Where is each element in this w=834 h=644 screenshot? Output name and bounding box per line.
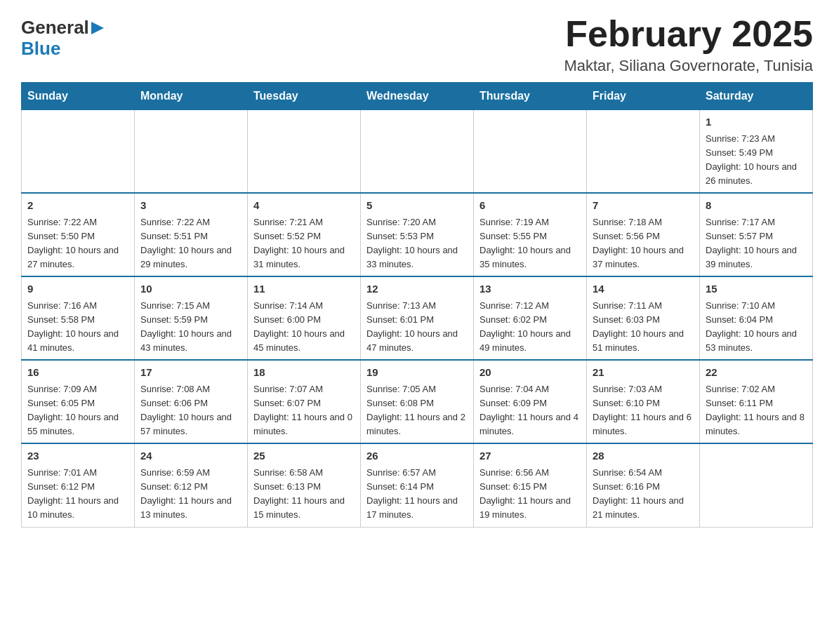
table-row: 4Sunrise: 7:21 AMSunset: 5:52 PMDaylight… <box>248 193 361 276</box>
day-number: 19 <box>366 365 468 381</box>
day-number: 23 <box>27 448 128 464</box>
day-info: Sunrise: 7:01 AMSunset: 6:12 PMDaylight:… <box>27 466 128 523</box>
col-thursday: Thursday <box>474 83 587 110</box>
day-info: Sunrise: 6:54 AMSunset: 6:16 PMDaylight:… <box>593 466 694 523</box>
logo-triangle-icon <box>91 22 104 34</box>
day-number: 12 <box>366 281 468 297</box>
day-info: Sunrise: 7:08 AMSunset: 6:06 PMDaylight:… <box>140 382 241 439</box>
day-number: 5 <box>366 198 468 214</box>
calendar-table: Sunday Monday Tuesday Wednesday Thursday… <box>21 82 813 527</box>
day-info: Sunrise: 6:57 AMSunset: 6:14 PMDaylight:… <box>366 466 468 523</box>
day-number: 4 <box>253 198 355 214</box>
day-number: 11 <box>253 281 355 297</box>
day-info: Sunrise: 7:05 AMSunset: 6:08 PMDaylight:… <box>366 382 468 439</box>
day-number: 21 <box>593 365 694 381</box>
table-row: 17Sunrise: 7:08 AMSunset: 6:06 PMDayligh… <box>135 360 248 443</box>
day-info: Sunrise: 7:04 AMSunset: 6:09 PMDaylight:… <box>479 382 581 439</box>
table-row: 2Sunrise: 7:22 AMSunset: 5:50 PMDaylight… <box>22 193 135 276</box>
table-row: 25Sunrise: 6:58 AMSunset: 6:13 PMDayligh… <box>248 443 361 527</box>
day-number: 6 <box>479 198 581 214</box>
col-saturday: Saturday <box>700 83 813 110</box>
table-row: 6Sunrise: 7:19 AMSunset: 5:55 PMDaylight… <box>474 193 587 276</box>
table-row: 10Sunrise: 7:15 AMSunset: 5:59 PMDayligh… <box>135 276 248 360</box>
day-number: 28 <box>593 448 694 464</box>
day-info: Sunrise: 7:13 AMSunset: 6:01 PMDaylight:… <box>366 299 468 356</box>
table-row <box>22 110 135 194</box>
day-info: Sunrise: 6:58 AMSunset: 6:13 PMDaylight:… <box>253 466 355 523</box>
day-info: Sunrise: 7:21 AMSunset: 5:52 PMDaylight:… <box>253 215 355 272</box>
table-row: 22Sunrise: 7:02 AMSunset: 6:11 PMDayligh… <box>700 360 813 443</box>
table-row <box>248 110 361 194</box>
day-info: Sunrise: 7:20 AMSunset: 5:53 PMDaylight:… <box>366 215 468 272</box>
col-friday: Friday <box>587 83 700 110</box>
table-row: 12Sunrise: 7:13 AMSunset: 6:01 PMDayligh… <box>361 276 474 360</box>
title-section: February 2025 Maktar, Siliana Governorat… <box>564 14 813 75</box>
day-info: Sunrise: 7:19 AMSunset: 5:55 PMDaylight:… <box>479 215 581 272</box>
month-title: February 2025 <box>564 14 813 54</box>
day-number: 25 <box>253 448 355 464</box>
calendar-week-row: 2Sunrise: 7:22 AMSunset: 5:50 PMDaylight… <box>22 193 813 276</box>
table-row: 24Sunrise: 6:59 AMSunset: 6:12 PMDayligh… <box>135 443 248 527</box>
day-info: Sunrise: 7:16 AMSunset: 5:58 PMDaylight:… <box>27 299 128 356</box>
table-row: 27Sunrise: 6:56 AMSunset: 6:15 PMDayligh… <box>474 443 587 527</box>
table-row: 13Sunrise: 7:12 AMSunset: 6:02 PMDayligh… <box>474 276 587 360</box>
day-number: 16 <box>27 365 128 381</box>
day-number: 13 <box>479 281 581 297</box>
svg-marker-0 <box>91 22 104 34</box>
day-number: 9 <box>27 281 128 297</box>
table-row: 7Sunrise: 7:18 AMSunset: 5:56 PMDaylight… <box>587 193 700 276</box>
day-number: 3 <box>140 198 241 214</box>
calendar-header-row: Sunday Monday Tuesday Wednesday Thursday… <box>22 83 813 110</box>
day-number: 10 <box>140 281 241 297</box>
table-row <box>361 110 474 194</box>
calendar-week-row: 1Sunrise: 7:23 AMSunset: 5:49 PMDaylight… <box>22 110 813 194</box>
table-row: 16Sunrise: 7:09 AMSunset: 6:05 PMDayligh… <box>22 360 135 443</box>
table-row <box>700 443 813 527</box>
day-info: Sunrise: 7:07 AMSunset: 6:07 PMDaylight:… <box>253 382 355 439</box>
day-info: Sunrise: 7:10 AMSunset: 6:04 PMDaylight:… <box>706 299 807 356</box>
table-row: 11Sunrise: 7:14 AMSunset: 6:00 PMDayligh… <box>248 276 361 360</box>
day-info: Sunrise: 7:12 AMSunset: 6:02 PMDaylight:… <box>479 299 581 356</box>
table-row: 14Sunrise: 7:11 AMSunset: 6:03 PMDayligh… <box>587 276 700 360</box>
table-row: 26Sunrise: 6:57 AMSunset: 6:14 PMDayligh… <box>361 443 474 527</box>
table-row: 8Sunrise: 7:17 AMSunset: 5:57 PMDaylight… <box>700 193 813 276</box>
table-row: 18Sunrise: 7:07 AMSunset: 6:07 PMDayligh… <box>248 360 361 443</box>
table-row <box>474 110 587 194</box>
day-number: 24 <box>140 448 241 464</box>
calendar-week-row: 23Sunrise: 7:01 AMSunset: 6:12 PMDayligh… <box>22 443 813 527</box>
day-info: Sunrise: 6:59 AMSunset: 6:12 PMDaylight:… <box>140 466 241 523</box>
day-info: Sunrise: 6:56 AMSunset: 6:15 PMDaylight:… <box>479 466 581 523</box>
day-info: Sunrise: 7:09 AMSunset: 6:05 PMDaylight:… <box>27 382 128 439</box>
table-row: 20Sunrise: 7:04 AMSunset: 6:09 PMDayligh… <box>474 360 587 443</box>
day-info: Sunrise: 7:22 AMSunset: 5:50 PMDaylight:… <box>27 215 128 272</box>
table-row <box>135 110 248 194</box>
day-info: Sunrise: 7:22 AMSunset: 5:51 PMDaylight:… <box>140 215 241 272</box>
col-monday: Monday <box>135 83 248 110</box>
table-row: 5Sunrise: 7:20 AMSunset: 5:53 PMDaylight… <box>361 193 474 276</box>
day-info: Sunrise: 7:11 AMSunset: 6:03 PMDaylight:… <box>593 299 694 356</box>
table-row: 23Sunrise: 7:01 AMSunset: 6:12 PMDayligh… <box>22 443 135 527</box>
day-number: 1 <box>706 114 807 130</box>
day-number: 2 <box>27 198 128 214</box>
logo-general-text: General <box>21 18 89 38</box>
day-info: Sunrise: 7:18 AMSunset: 5:56 PMDaylight:… <box>593 215 694 272</box>
day-number: 27 <box>479 448 581 464</box>
col-tuesday: Tuesday <box>248 83 361 110</box>
col-wednesday: Wednesday <box>361 83 474 110</box>
location-subtitle: Maktar, Siliana Governorate, Tunisia <box>564 57 813 75</box>
day-number: 17 <box>140 365 241 381</box>
day-number: 22 <box>706 365 807 381</box>
day-number: 26 <box>366 448 468 464</box>
logo-blue-text: Blue <box>21 38 60 59</box>
table-row <box>587 110 700 194</box>
day-info: Sunrise: 7:02 AMSunset: 6:11 PMDaylight:… <box>706 382 807 439</box>
day-number: 14 <box>593 281 694 297</box>
table-row: 15Sunrise: 7:10 AMSunset: 6:04 PMDayligh… <box>700 276 813 360</box>
calendar-week-row: 16Sunrise: 7:09 AMSunset: 6:05 PMDayligh… <box>22 360 813 443</box>
day-number: 8 <box>706 198 807 214</box>
calendar-week-row: 9Sunrise: 7:16 AMSunset: 5:58 PMDaylight… <box>22 276 813 360</box>
day-info: Sunrise: 7:17 AMSunset: 5:57 PMDaylight:… <box>706 215 807 272</box>
table-row: 9Sunrise: 7:16 AMSunset: 5:58 PMDaylight… <box>22 276 135 360</box>
day-number: 15 <box>706 281 807 297</box>
day-info: Sunrise: 7:03 AMSunset: 6:10 PMDaylight:… <box>593 382 694 439</box>
